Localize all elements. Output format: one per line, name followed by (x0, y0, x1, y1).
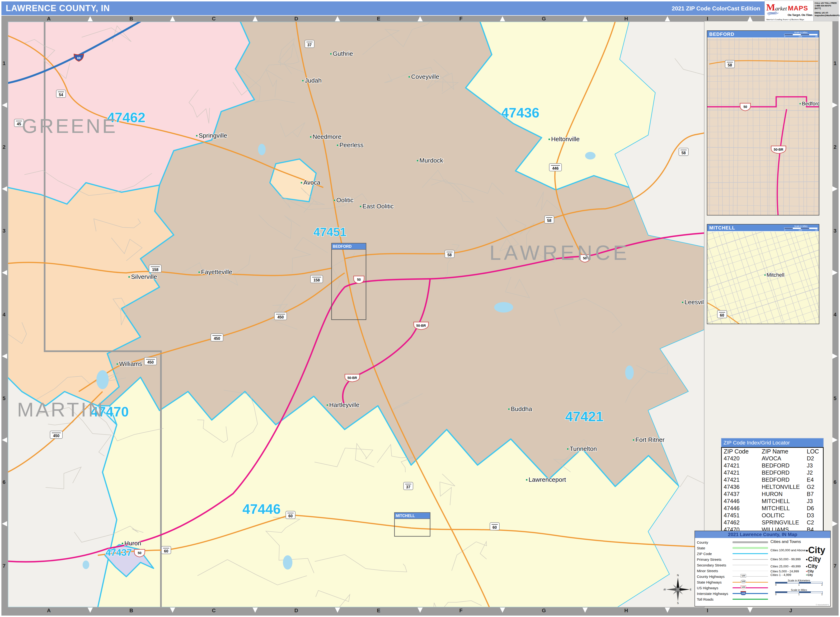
legend-city-sample: City (806, 569, 813, 573)
compass-rose-icon: NSWE (664, 573, 692, 604)
town-label-coveyville: Coveyville (408, 73, 439, 80)
legend-scalebar: Scale in Miles012 (775, 589, 823, 596)
inset-streets-mitchell: 60Mitchell (707, 232, 819, 324)
town-label-needmore: Needmore (310, 133, 341, 140)
svg-text:Coveyville: Coveyville (411, 73, 439, 80)
legend-city-sample: City (806, 573, 813, 577)
state-route-shield-450: 450 (275, 312, 287, 320)
grid-column-label: G (542, 608, 546, 614)
grid-row-label: 6 (3, 479, 6, 485)
grid-column-label: H (624, 608, 628, 614)
state-route-shield-60: 60 (717, 310, 727, 318)
zip-code-index-table: ZIP Code Index/Grid Locator ZIP CodeZIP … (721, 438, 824, 534)
grid-column-label: B (129, 16, 133, 22)
svg-text:450: 450 (53, 434, 60, 438)
town-label-tunnelton: Tunnelton (567, 445, 597, 452)
zip-table-row: 47451OOLITICD3 (722, 512, 823, 519)
grid-notch (582, 608, 588, 613)
state-route-shield-60: 60 (286, 511, 295, 519)
legend-line-sample-minor (732, 568, 768, 574)
svg-text:Hartleyville: Hartleyville (329, 401, 359, 408)
grid-column-label: E (377, 16, 381, 22)
zip-table-row: 47420AVOCAD2 (722, 455, 823, 462)
svg-text:58: 58 (447, 253, 452, 257)
legend-row-minor: Minor Streets (697, 568, 768, 574)
svg-text:Needmore: Needmore (313, 133, 341, 140)
legend-label: Toll Roads (697, 597, 732, 601)
zip-code-label-47437: 47437 (105, 547, 132, 558)
grid-column-label: C (212, 16, 216, 22)
legend-title: 2021 Lawrence County, IN Map (695, 531, 830, 538)
zip-table-col-header: LOC (807, 448, 821, 455)
state-route-shield-446: 446 (549, 164, 562, 171)
svg-text:Tunnelton: Tunnelton (570, 445, 597, 452)
svg-text:Leesville: Leesville (685, 298, 704, 306)
logo-main: Market MAPS On Target. On Time. America'… (765, 1, 813, 21)
legend-city-class-label: Cities 100,000 and Above (771, 548, 806, 552)
legend-label: Primary Streets (697, 558, 732, 561)
main-map[interactable]: BEDFORDMITCHELL6945543737158158585858446… (7, 21, 704, 608)
zip-table-title: ZIP Code Index/Grid Locator (721, 438, 824, 447)
grid-row-label: 5 (834, 396, 836, 401)
legend-line-sample-zip (732, 551, 768, 556)
legend-city-class-row: Cities 25,000 - 49,999City (771, 563, 830, 569)
state-route-shield-450: 450 (144, 357, 156, 365)
loc-cell: G2 (807, 483, 821, 490)
grid-notch (170, 608, 175, 613)
town-label-oolitic: Oolitic (334, 196, 353, 204)
zip-code-cell: 47421 (724, 476, 762, 483)
legend-line-sample-cohwy: 123 (732, 574, 768, 579)
town-label-springville: Springville (196, 132, 227, 139)
loc-cell: J3 (807, 497, 821, 505)
svg-text:Lawrenceport: Lawrenceport (529, 476, 566, 483)
svg-text:37: 37 (307, 43, 311, 47)
grid-column-label: F (459, 16, 462, 22)
phone-number: 1-888-434-MAPS (6277) (815, 4, 837, 10)
us-route-shield-50-BR: 50-BR (771, 146, 786, 154)
legend-copyright: © MarketMAPS (816, 604, 829, 606)
legend-line-sample-state (732, 545, 768, 551)
svg-text:BEDFORD: BEDFORD (333, 244, 351, 248)
grid-notch (500, 608, 505, 613)
county-name-martin: MARTIN (17, 399, 105, 421)
grid-column-label: H (624, 16, 628, 22)
grid-row-label: 6 (834, 479, 836, 485)
zip-table-row: 47421BEDFORDE4 (722, 476, 823, 483)
svg-text:50-BR: 50-BR (774, 148, 783, 151)
grid-row-label: 3 (3, 228, 6, 234)
legend-line-sample-toll (732, 596, 768, 602)
svg-text:Williams: Williams (119, 360, 142, 368)
us-route-shield-50: 50 (354, 276, 364, 283)
inset-title-bedford: BEDFORD (707, 32, 734, 37)
lake (585, 152, 595, 159)
svg-text:450: 450 (278, 315, 284, 319)
grid-row-label: 1 (3, 60, 6, 66)
legend-city-class-label: Cities 1 - 4,999 (771, 573, 806, 577)
svg-text:Mitchell: Mitchell (767, 272, 784, 278)
legend-label: State Highways (697, 580, 732, 584)
grid-notch (2, 521, 7, 526)
legend-label: US Highways (697, 586, 732, 590)
zip-name-cell: SPRINGVILLE (762, 519, 807, 526)
svg-text:Fort Ritner: Fort Ritner (635, 436, 664, 443)
legend-row-county: County (697, 539, 768, 545)
grid-notch (833, 270, 838, 275)
logo-contact-box: CALL US TOLL FREE! 1-888-434-MAPS (6277)… (813, 1, 839, 21)
inset-title-mitchell: MITCHELL (707, 225, 735, 231)
edition-label: 2021 ZIP Code ColorCast Edition (672, 5, 760, 12)
grid-row-label: 3 (834, 228, 836, 234)
svg-text:Springville: Springville (199, 132, 227, 139)
grid-column-label: E (377, 608, 381, 614)
inset-scale-bar: Scale in Miles0.125.25 (784, 32, 818, 37)
zip-table-row: 47446MITCHELLD6 (722, 505, 823, 512)
town-label-leesville: Leesville (682, 298, 704, 306)
zip-name-cell: BEDFORD (762, 462, 807, 469)
svg-text:MITCHELL: MITCHELL (396, 514, 415, 518)
town-label-heltonville: Heltonville (548, 136, 580, 143)
town-label-avoca: Avoca (301, 179, 320, 186)
state-route-shield-60: 60 (490, 523, 499, 530)
title-bar: LAWRENCE COUNTY, IN 2021 ZIP Code ColorC… (1, 1, 839, 15)
lake (258, 144, 266, 155)
grid-notch (747, 608, 753, 613)
loc-cell: D6 (807, 505, 821, 512)
